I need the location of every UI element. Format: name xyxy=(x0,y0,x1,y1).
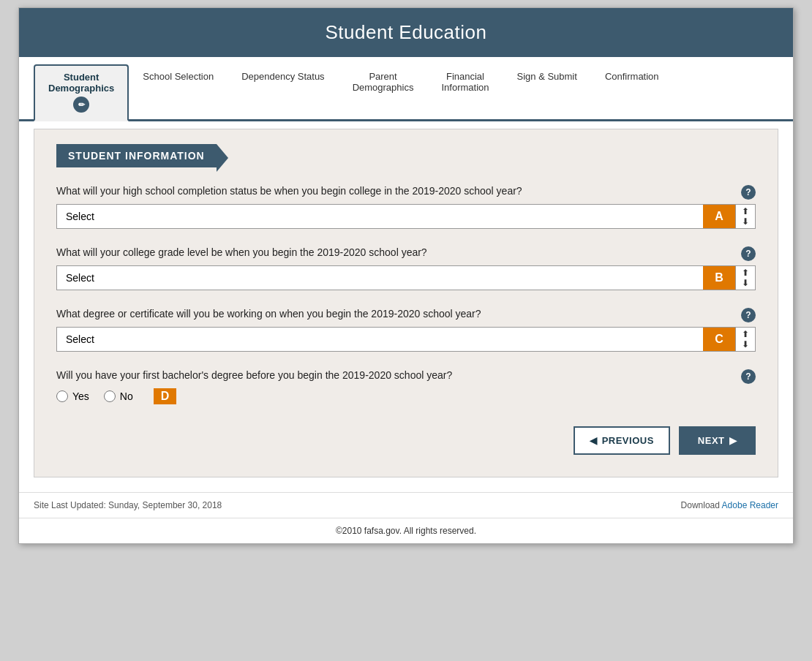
field-b-question: What will your college grade level be wh… xyxy=(56,246,735,258)
form-group-d: Will you have your first bachelor's degr… xyxy=(56,369,756,404)
form-group-b: What will your college grade level be wh… xyxy=(56,246,756,290)
field-b-select-wrapper: Select 1st year/Never attended college 2… xyxy=(56,265,756,290)
field-d-badge: D xyxy=(154,388,177,404)
field-b-select[interactable]: Select 1st year/Never attended college 2… xyxy=(57,266,703,290)
radio-yes-text: Yes xyxy=(72,390,89,402)
field-a-arrow-icon[interactable]: ⬆⬇ xyxy=(735,205,755,228)
next-button[interactable]: NEXT ▶ xyxy=(679,426,756,455)
field-a-select-wrapper: Select High school diploma GED Home scho… xyxy=(56,204,756,229)
tab-confirmation[interactable]: Confirmation xyxy=(591,64,673,119)
previous-button[interactable]: ◀ PREVIOUS xyxy=(574,426,670,455)
download-label: Download xyxy=(681,500,720,510)
tab-label-sign-submit: Sign & Submit xyxy=(517,71,577,82)
page-header: Student Education xyxy=(19,8,793,57)
tab-financial-information[interactable]: FinancialInformation xyxy=(427,64,503,119)
field-c-select[interactable]: Select 1st bachelor's degree 2nd bachelo… xyxy=(57,328,703,351)
tab-label-parent-demographics: ParentDemographics xyxy=(353,71,414,93)
tab-label-financial-information: FinancialInformation xyxy=(441,71,489,93)
tab-label-school-selection: School Selection xyxy=(143,71,214,82)
field-b-label-row: What will your college grade level be wh… xyxy=(56,246,756,261)
radio-no-label[interactable]: No xyxy=(104,390,133,402)
adobe-reader-link[interactable]: Adobe Reader xyxy=(722,500,778,510)
tab-school-selection[interactable]: School Selection xyxy=(129,64,228,119)
field-c-select-wrapper: Select 1st bachelor's degree 2nd bachelo… xyxy=(56,327,756,352)
page-wrapper: Student Education StudentDemographics ✏ … xyxy=(18,7,794,544)
tab-dependency-status[interactable]: Dependency Status xyxy=(228,64,338,119)
field-c-arrow-icon[interactable]: ⬆⬇ xyxy=(735,328,755,351)
tab-parent-demographics[interactable]: ParentDemographics xyxy=(339,64,428,119)
radio-no[interactable] xyxy=(104,390,116,402)
pencil-icon: ✏ xyxy=(73,97,89,113)
field-d-question: Will you have your first bachelor's degr… xyxy=(56,369,735,381)
field-d-radio-group: Yes No D xyxy=(56,388,756,404)
previous-arrow-icon: ◀ xyxy=(590,435,598,446)
field-b-arrow-icon[interactable]: ⬆⬇ xyxy=(735,266,755,290)
tab-icon-area: ✏ xyxy=(48,97,114,113)
previous-button-label: PREVIOUS xyxy=(602,435,654,446)
next-arrow-icon: ▶ xyxy=(729,435,737,446)
field-d-help-button[interactable]: ? xyxy=(741,369,756,384)
tab-student-demographics[interactable]: StudentDemographics ✏ xyxy=(34,64,129,121)
tab-label-confirmation: Confirmation xyxy=(605,71,659,82)
copyright-text: ©2010 fafsa.gov. All rights reserved. xyxy=(336,526,476,536)
field-a-select[interactable]: Select High school diploma GED Home scho… xyxy=(57,205,703,228)
tab-label-student-demographics: StudentDemographics xyxy=(48,72,114,94)
field-b-help-button[interactable]: ? xyxy=(741,246,756,261)
page-title: Student Education xyxy=(34,21,778,44)
radio-no-text: No xyxy=(120,390,133,402)
field-c-help-button[interactable]: ? xyxy=(741,308,756,322)
tabs-container: StudentDemographics ✏ School Selection D… xyxy=(19,57,793,121)
main-content: STUDENT INFORMATION What will your high … xyxy=(34,129,778,477)
next-button-label: NEXT xyxy=(698,435,725,446)
tab-sign-submit[interactable]: Sign & Submit xyxy=(503,64,591,119)
last-updated-text: Site Last Updated: Sunday, September 30,… xyxy=(34,500,222,510)
field-a-help-button[interactable]: ? xyxy=(741,185,756,200)
field-a-question: What will your high school completion st… xyxy=(56,185,735,197)
download-area: Download Adobe Reader xyxy=(681,500,778,510)
section-header: STUDENT INFORMATION xyxy=(56,144,217,167)
radio-yes[interactable] xyxy=(56,390,68,402)
field-d-label-row: Will you have your first bachelor's degr… xyxy=(56,369,756,384)
button-row: ◀ PREVIOUS NEXT ▶ xyxy=(56,426,756,455)
page-footer: Site Last Updated: Sunday, September 30,… xyxy=(19,492,793,518)
form-group-c: What degree or certificate will you be w… xyxy=(56,308,756,352)
radio-yes-label[interactable]: Yes xyxy=(56,390,89,402)
field-b-badge: B xyxy=(703,266,735,290)
form-group-a: What will your high school completion st… xyxy=(56,185,756,229)
tab-label-dependency-status: Dependency Status xyxy=(241,71,324,82)
field-a-label-row: What will your high school completion st… xyxy=(56,185,756,200)
field-c-label-row: What degree or certificate will you be w… xyxy=(56,308,756,322)
copyright-bar: ©2010 fafsa.gov. All rights reserved. xyxy=(19,518,793,543)
field-c-badge: C xyxy=(703,328,735,351)
field-c-question: What degree or certificate will you be w… xyxy=(56,308,735,320)
field-a-badge: A xyxy=(703,205,735,228)
